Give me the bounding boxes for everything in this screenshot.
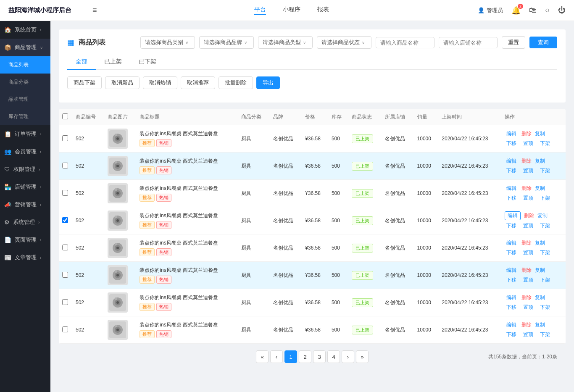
off-shelf-button[interactable]: 下架 [538,222,552,230]
move-down-button[interactable]: 下移 [505,194,518,202]
product-name-input[interactable] [376,37,434,48]
delete-button[interactable]: 删除 [521,321,532,329]
reset-button[interactable]: 重置 [502,36,525,49]
export-button[interactable]: 导出 [256,76,280,89]
batch-delete-button[interactable]: 批量删除 [219,76,253,89]
top-button[interactable]: 置顶 [521,303,535,311]
edit-button[interactable]: 编辑 [505,184,518,192]
page-1-button[interactable]: 1 [284,350,297,363]
off-shelf-button[interactable]: 下架 [538,139,552,147]
sidebar-item-store-mgmt[interactable]: 🏪店铺管理 › [0,178,50,196]
off-shelf-button[interactable]: 下架 [538,276,552,284]
menu-toggle-icon[interactable]: ≡ [92,6,97,15]
status-filter[interactable]: 请选择商品状态 ∨ [317,36,371,49]
top-button[interactable]: 置顶 [521,167,535,175]
nav-link-miniapp[interactable]: 小程序 [283,6,300,15]
nav-link-platform[interactable]: 平台 [254,6,266,15]
sidebar-item-brand-mgmt[interactable]: 品牌管理 [0,91,50,108]
power-icon[interactable]: ⏻ [558,6,566,15]
edit-button[interactable]: 编辑 [505,321,518,329]
edit-button[interactable]: 编辑 [505,130,518,138]
cancel-recommend-button[interactable]: 取消推荐 [181,76,215,89]
copy-button[interactable]: 复制 [535,239,545,247]
tab-all[interactable]: 全部 [67,55,96,70]
page-3-button[interactable]: 3 [313,350,326,363]
copy-button[interactable]: 复制 [535,158,545,165]
page-4-button[interactable]: 4 [327,350,340,363]
sidebar-item-permission-mgmt[interactable]: 🛡权限管理 › [0,160,50,178]
top-button[interactable]: 置顶 [521,139,535,147]
row-checkbox[interactable] [62,190,68,196]
store-name-input[interactable] [439,37,498,48]
category-filter[interactable]: 请选择商品类别 ∨ [140,36,195,49]
page-next-button[interactable]: › [342,350,354,363]
row-checkbox[interactable] [62,217,68,223]
delete-button[interactable]: 删除 [521,267,532,274]
edit-button[interactable]: 编辑 [505,294,518,302]
sidebar-item-home[interactable]: 🏠系统首页 › [0,21,50,39]
notification-button[interactable]: 🔔 2 [511,6,521,15]
sidebar-item-product-list[interactable]: 商品列表 [0,56,50,74]
copy-button[interactable]: 复制 [535,267,545,274]
move-down-button[interactable]: 下移 [505,249,518,257]
delete-button[interactable]: 删除 [521,130,532,137]
edit-button[interactable]: 编辑 [505,157,518,165]
edit-button[interactable]: 编辑 [505,266,518,274]
row-checkbox[interactable] [62,272,68,278]
nav-link-report[interactable]: 报表 [317,6,329,15]
page-last-button[interactable]: » [356,350,369,363]
row-checkbox[interactable] [62,299,68,305]
top-button[interactable]: 置顶 [521,194,535,202]
off-shelf-button[interactable]: 下架 [538,167,552,175]
delete-button[interactable]: 删除 [521,294,532,301]
brand-filter[interactable]: 请选择商品品牌 ∨ [199,36,254,49]
sidebar-item-product-category[interactable]: 商品分类 [0,74,50,91]
sidebar-item-page-mgmt[interactable]: 📄页面管理 › [0,231,50,249]
move-down-button[interactable]: 下移 [505,139,518,147]
cancel-hot-button[interactable]: 取消热销 [143,76,177,89]
copy-button[interactable]: 复制 [535,130,545,137]
off-shelf-button[interactable]: 下架 [538,303,552,311]
move-down-button[interactable]: 下移 [505,276,518,284]
circle-icon[interactable]: ○ [545,6,550,15]
query-button[interactable]: 查询 [529,37,557,48]
delete-button[interactable]: 删除 [521,185,532,192]
sidebar-item-order-mgmt[interactable]: 📋订单管理 › [0,125,50,143]
move-down-button[interactable]: 下移 [505,331,518,339]
copy-button[interactable]: 复制 [535,185,545,192]
tab-on-shelf[interactable]: 已上架 [96,55,130,70]
off-shelf-button[interactable]: 下架 [538,249,552,257]
move-down-button[interactable]: 下移 [505,222,518,230]
shop-icon[interactable]: 🛍 [529,6,537,15]
sidebar-item-member-mgmt[interactable]: 👥会员管理 › [0,143,50,160]
cancel-new-button[interactable]: 取消新品 [105,76,140,89]
top-button[interactable]: 置顶 [521,276,535,284]
top-button[interactable]: 置顶 [521,222,535,230]
move-down-button[interactable]: 下移 [505,303,518,311]
delete-button[interactable]: 删除 [524,212,534,219]
top-button[interactable]: 置顶 [521,249,535,257]
copy-button[interactable]: 复制 [535,321,545,329]
row-checkbox[interactable] [62,245,68,250]
type-filter[interactable]: 请选择商品类型 ∨ [258,36,313,49]
select-all-checkbox[interactable] [62,113,68,119]
page-2-button[interactable]: 2 [299,350,311,363]
edit-button[interactable]: 编辑 [505,239,518,247]
sidebar-item-article-mgmt[interactable]: 📰文章管理 › [0,249,50,266]
delete-button[interactable]: 删除 [521,158,532,165]
batch-off-shelf-button[interactable]: 商品下架 [67,76,102,89]
sidebar-item-system-mgmt[interactable]: ⚙系统管理 › [0,213,50,231]
top-button[interactable]: 置顶 [521,331,535,339]
sidebar-item-marketing-mgmt[interactable]: 📣营销管理 › [0,196,50,213]
row-checkbox[interactable] [62,326,68,332]
page-prev-button[interactable]: ‹ [270,350,283,363]
tab-off-shelf[interactable]: 已下架 [130,55,165,70]
sidebar-item-inventory-mgmt[interactable]: 库存管理 [0,108,50,125]
page-first-button[interactable]: « [256,350,269,363]
off-shelf-button[interactable]: 下架 [538,331,552,339]
row-checkbox[interactable] [62,163,68,168]
off-shelf-button[interactable]: 下架 [538,194,552,202]
edit-button[interactable]: 编辑 [505,211,521,220]
sidebar-item-product-mgmt[interactable]: 📦商品管理 ∨ [0,39,50,56]
copy-button[interactable]: 复制 [535,294,545,301]
